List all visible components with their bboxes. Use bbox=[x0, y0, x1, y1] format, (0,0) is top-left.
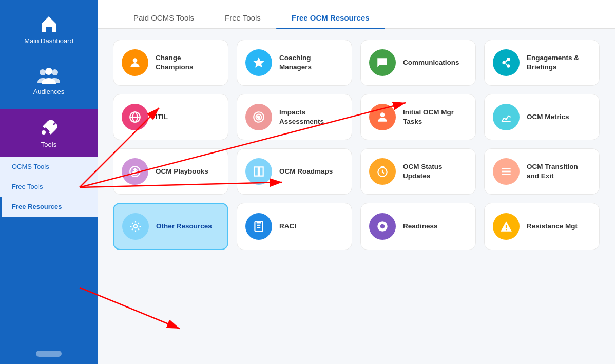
svg-point-24 bbox=[134, 225, 138, 228]
svg-marker-5 bbox=[253, 57, 264, 68]
svg-point-32 bbox=[506, 229, 507, 230]
card-icon bbox=[122, 213, 149, 240]
tabs-bar: Paid OCMS Tools Free Tools Free OCM Reso… bbox=[98, 0, 615, 29]
card-label: OCM Transition and Exit bbox=[527, 162, 591, 180]
tab-free-ocm-resources[interactable]: Free OCM Resources bbox=[276, 7, 385, 28]
sidebar-tools-label: Tools bbox=[41, 141, 56, 148]
card-communications[interactable]: Communications bbox=[360, 40, 476, 86]
card-label: OCM Roadmaps bbox=[279, 167, 333, 176]
card-icon bbox=[369, 49, 396, 76]
audiences-icon bbox=[37, 66, 60, 85]
svg-point-3 bbox=[42, 130, 46, 135]
svg-point-1 bbox=[45, 68, 52, 75]
tab-free-tools[interactable]: Free Tools bbox=[209, 7, 276, 28]
card-ocm-status-updates[interactable]: OCM Status Updates bbox=[360, 148, 476, 195]
card-resistance-mgt[interactable]: Resistance Mgt bbox=[484, 203, 600, 250]
card-icon bbox=[493, 213, 520, 240]
svg-point-4 bbox=[133, 58, 138, 63]
card-readiness[interactable]: Readiness bbox=[360, 203, 476, 250]
card-icon bbox=[369, 158, 396, 185]
sidebar-item-tools[interactable]: Tools bbox=[0, 109, 98, 157]
svg-point-16 bbox=[258, 116, 260, 118]
card-other-resources[interactable]: Other Resources bbox=[113, 203, 228, 250]
card-label: Impacts Assessments bbox=[279, 108, 343, 126]
submenu-item-ocms-tools[interactable]: OCMS Tools bbox=[0, 157, 98, 177]
tools-icon bbox=[39, 117, 59, 138]
card-icon bbox=[369, 213, 396, 240]
card-icon bbox=[245, 49, 272, 76]
card-impacts-assessments[interactable]: Impacts Assessments bbox=[237, 94, 352, 140]
sidebar: Main Dashboard Audiences Tools OCMS Tool… bbox=[0, 0, 98, 364]
card-icon bbox=[122, 49, 148, 76]
card-ocm-playbooks[interactable]: OCM Playbooks bbox=[113, 148, 228, 195]
sidebar-submenu: OCMS Tools Free Tools Free Resources bbox=[0, 157, 98, 217]
card-initial-ocm-mgr-tasks[interactable]: Initial OCM Mgr Tasks bbox=[360, 94, 476, 140]
sidebar-item-audiences[interactable]: Audiences bbox=[0, 58, 98, 104]
card-label: ITIL bbox=[156, 112, 168, 122]
card-label: Communications bbox=[403, 58, 459, 67]
svg-point-0 bbox=[40, 69, 46, 75]
main-content: Paid OCMS Tools Free Tools Free OCM Reso… bbox=[98, 0, 615, 364]
card-label: Initial OCM Mgr Tasks bbox=[403, 108, 467, 126]
sidebar-item-main-dashboard[interactable]: Main Dashboard bbox=[0, 5, 98, 53]
card-icon bbox=[493, 158, 520, 185]
card-itil[interactable]: ITIL bbox=[113, 94, 228, 140]
card-icon bbox=[493, 49, 520, 76]
sidebar-pill bbox=[36, 351, 62, 357]
svg-point-2 bbox=[52, 69, 58, 75]
submenu-item-free-tools[interactable]: Free Tools bbox=[0, 177, 98, 197]
card-icon bbox=[245, 104, 272, 130]
tab-paid-ocms-tools[interactable]: Paid OCMS Tools bbox=[118, 7, 209, 28]
svg-point-17 bbox=[380, 112, 385, 117]
home-icon bbox=[39, 13, 59, 34]
card-ocm-roadmaps[interactable]: OCM Roadmaps bbox=[237, 148, 352, 195]
card-label: Other Resources bbox=[156, 222, 212, 231]
svg-point-6 bbox=[502, 61, 506, 65]
sidebar-main-dashboard-label: Main Dashboard bbox=[24, 37, 73, 45]
card-icon bbox=[122, 158, 148, 185]
card-label: Engagements & Briefings bbox=[527, 53, 591, 71]
card-ocm-metrics[interactable]: OCM Metrics bbox=[484, 94, 600, 140]
card-label: Resistance Mgt bbox=[527, 222, 578, 231]
grid-area: Change Champions Coaching Managers Commu… bbox=[98, 29, 615, 364]
card-raci[interactable]: RACI bbox=[237, 203, 352, 250]
card-label: OCM Metrics bbox=[527, 112, 569, 122]
card-icon bbox=[245, 213, 272, 240]
card-change-champions[interactable]: Change Champions bbox=[113, 40, 228, 86]
sidebar-bottom bbox=[36, 351, 62, 357]
svg-point-29 bbox=[380, 224, 385, 229]
sidebar-audiences-label: Audiences bbox=[33, 88, 65, 95]
card-icon bbox=[369, 104, 396, 130]
card-label: Coaching Managers bbox=[279, 53, 343, 71]
card-label: Change Champions bbox=[156, 53, 220, 71]
card-icon bbox=[122, 104, 148, 130]
submenu-item-free-resources[interactable]: Free Resources bbox=[0, 197, 98, 217]
svg-line-10 bbox=[506, 64, 507, 65]
card-label: OCM Playbooks bbox=[156, 167, 208, 176]
card-label: Readiness bbox=[403, 222, 438, 231]
card-label: OCM Status Updates bbox=[403, 162, 467, 180]
card-ocm-transition-and-exit[interactable]: OCM Transition and Exit bbox=[484, 148, 600, 195]
svg-line-9 bbox=[506, 60, 507, 62]
card-label: RACI bbox=[279, 222, 296, 231]
card-engagements--briefings[interactable]: Engagements & Briefings bbox=[484, 40, 600, 86]
card-coaching-managers[interactable]: Coaching Managers bbox=[237, 40, 352, 86]
card-icon bbox=[245, 158, 272, 185]
cards-grid: Change Champions Coaching Managers Commu… bbox=[113, 40, 600, 250]
card-icon bbox=[493, 104, 520, 130]
